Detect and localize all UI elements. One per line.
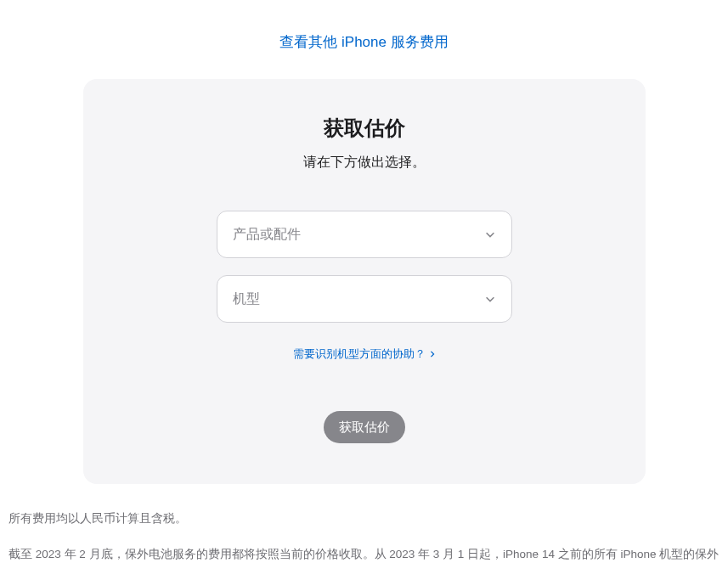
other-fees-link[interactable]: 查看其他 iPhone 服务费用 <box>0 0 728 52</box>
product-dropdown[interactable]: 产品或配件 <box>217 211 512 258</box>
help-link-text: 需要识别机型方面的协助？ <box>293 346 426 362</box>
model-dropdown-label: 机型 <box>233 290 260 308</box>
card-title: 获取估价 <box>117 115 612 142</box>
model-dropdown[interactable]: 机型 <box>217 275 512 323</box>
help-identify-link[interactable]: 需要识别机型方面的协助？ <box>293 346 436 362</box>
disclaimer-line-2-pre: 截至 2023 年 2 月底，保外电池服务的费用都将按照当前的价格收取。从 20… <box>8 548 719 563</box>
disclaimer-line-1: 所有费用均以人民币计算且含税。 <box>8 508 720 530</box>
chevron-right-icon <box>429 351 436 358</box>
get-estimate-button[interactable]: 获取估价 <box>324 411 405 443</box>
chevron-down-icon <box>484 228 496 240</box>
estimate-card: 获取估价 请在下方做出选择。 产品或配件 机型 需要识别机型方面的协助？ 获取估… <box>83 79 646 484</box>
chevron-down-icon <box>484 293 496 305</box>
product-dropdown-label: 产品或配件 <box>233 226 301 244</box>
disclaimer-section: 所有费用均以人民币计算且含税。 截至 2023 年 2 月底，保外电池服务的费用… <box>8 508 720 563</box>
disclaimer-line-2: 截至 2023 年 2 月底，保外电池服务的费用都将按照当前的价格收取。从 20… <box>8 543 720 563</box>
card-subtitle: 请在下方做出选择。 <box>117 154 612 172</box>
